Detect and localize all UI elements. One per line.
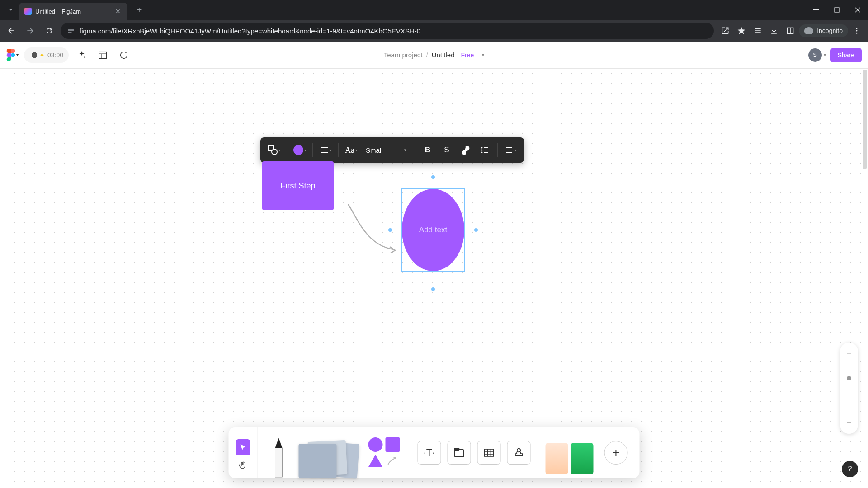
- timer-value: 03:00: [47, 52, 63, 59]
- selection-handle-left[interactable]: [388, 228, 392, 232]
- breadcrumb-team[interactable]: Team project: [384, 51, 423, 59]
- site-settings-icon[interactable]: [67, 27, 75, 35]
- svg-rect-0: [813, 9, 819, 10]
- reload-button[interactable]: [42, 23, 57, 38]
- new-tab-button[interactable]: +: [133, 4, 146, 16]
- svg-point-15: [481, 150, 483, 151]
- browser-tab[interactable]: Untitled – FigJam ✕: [19, 3, 127, 20]
- selection-handle-right[interactable]: [474, 228, 478, 232]
- forward-button[interactable]: [23, 23, 38, 38]
- tab-close-button[interactable]: ✕: [114, 8, 122, 15]
- close-window-button[interactable]: [847, 0, 868, 20]
- sticky-note-tool[interactable]: [299, 439, 362, 478]
- shapes-tool[interactable]: [368, 437, 403, 468]
- browser-nav-bar: figma.com/file/XRxbBjeWLbiQHPOO41JyWm/Un…: [0, 20, 868, 42]
- stamp-tool-button[interactable]: [507, 441, 531, 465]
- link-icon: [461, 145, 470, 155]
- bottom-toolbar: ·T· +: [229, 427, 640, 478]
- file-title[interactable]: Untitled: [432, 51, 455, 59]
- color-swatch-icon: [293, 145, 303, 155]
- timer-widget[interactable]: ✦ 03:00: [24, 47, 69, 63]
- border-style-button[interactable]: ▾: [316, 141, 335, 159]
- border-icon: [320, 145, 329, 155]
- incognito-indicator[interactable]: Incognito: [799, 24, 848, 37]
- zoom-out-button[interactable]: −: [843, 417, 855, 429]
- table-tool-button[interactable]: [477, 441, 501, 465]
- bold-button[interactable]: B: [419, 141, 437, 159]
- extension-blocked-icon[interactable]: [717, 23, 733, 38]
- select-tool-button[interactable]: [236, 439, 250, 455]
- svg-rect-14: [484, 147, 488, 148]
- font-size-select[interactable]: Small ▾: [361, 146, 411, 154]
- maximize-button[interactable]: [826, 0, 847, 20]
- media-control-icon[interactable]: [750, 23, 765, 38]
- strikethrough-button[interactable]: S: [438, 141, 456, 159]
- back-button[interactable]: [4, 23, 19, 38]
- user-menu[interactable]: S ▾: [808, 48, 826, 62]
- canvas[interactable]: ▾ ▾ ▾ Aa ▾ Small ▾ B S ▾: [0, 69, 868, 488]
- svg-rect-24: [485, 449, 494, 456]
- more-tools-button[interactable]: +: [604, 441, 628, 465]
- text-tool-button[interactable]: ·T·: [418, 441, 441, 465]
- font-icon: Aa: [345, 145, 354, 155]
- figma-logo-icon: [6, 49, 15, 61]
- breadcrumb-separator: /: [426, 51, 428, 59]
- section-tool-button[interactable]: [448, 441, 471, 465]
- incognito-icon: [804, 27, 813, 34]
- shape-placeholder-text[interactable]: Add text: [419, 225, 447, 235]
- svg-point-13: [481, 147, 483, 149]
- bookmark-button[interactable]: [734, 23, 749, 38]
- share-button[interactable]: Share: [830, 48, 862, 62]
- hand-tool-button[interactable]: [236, 457, 250, 474]
- breadcrumb: Team project / Untitled Free ▾: [384, 51, 485, 59]
- shape-rectangle[interactable]: First Step: [262, 161, 334, 210]
- browser-tab-strip: Untitled – FigJam ✕ +: [0, 0, 868, 20]
- separator: [312, 143, 313, 157]
- main-menu-button[interactable]: ▾: [6, 49, 19, 61]
- tabs-dropdown-button[interactable]: [3, 2, 19, 18]
- zoom-in-button[interactable]: +: [843, 347, 855, 360]
- address-bar[interactable]: figma.com/file/XRxbBjeWLbiQHPOO41JyWm/Un…: [61, 23, 714, 39]
- browser-menu-button[interactable]: [849, 23, 864, 38]
- selection-handle-top[interactable]: [431, 175, 435, 179]
- bullet-list-button[interactable]: [476, 141, 494, 159]
- font-style-button[interactable]: Aa ▾: [342, 141, 360, 159]
- comments-button[interactable]: [116, 47, 131, 63]
- svg-rect-7: [99, 52, 107, 58]
- reader-mode-icon[interactable]: [783, 23, 798, 38]
- figjam-header: ▾ ✦ 03:00 Team project / Untitled Free ▾…: [0, 42, 868, 69]
- text-align-button[interactable]: ▾: [501, 141, 519, 159]
- marker-tool[interactable]: [265, 436, 292, 478]
- zoom-slider[interactable]: [849, 363, 849, 413]
- avatar: S: [808, 48, 822, 62]
- chevron-down-icon: ▾: [279, 148, 281, 152]
- shape-ellipse-selected[interactable]: Add text: [401, 188, 465, 272]
- selection-handle-bottom[interactable]: [431, 287, 435, 291]
- link-button[interactable]: [457, 141, 475, 159]
- ai-sparkle-button[interactable]: [74, 47, 90, 63]
- circle-shape-icon: [368, 437, 383, 452]
- help-button[interactable]: ?: [842, 461, 858, 477]
- svg-rect-3: [790, 28, 791, 33]
- separator: [497, 143, 498, 157]
- shape-text: First Step: [280, 181, 315, 191]
- fill-color-button[interactable]: ▾: [291, 141, 309, 159]
- vertical-scrollbar[interactable]: [863, 70, 867, 169]
- stickers-tool[interactable]: [546, 443, 594, 478]
- plan-badge[interactable]: Free: [461, 52, 474, 59]
- chevron-down-icon[interactable]: ▾: [482, 52, 484, 57]
- svg-point-6: [856, 33, 858, 34]
- shape-picker-button[interactable]: ▾: [265, 141, 283, 159]
- url-text: figma.com/file/XRxbBjeWLbiQHPOO41JyWm/Un…: [80, 27, 708, 35]
- separator: [415, 143, 415, 157]
- align-icon: [505, 145, 514, 155]
- connector-arrow[interactable]: [344, 200, 402, 258]
- zoom-thumb[interactable]: [847, 376, 851, 380]
- templates-button[interactable]: [95, 47, 110, 63]
- downloads-button[interactable]: [766, 23, 782, 38]
- minimize-button[interactable]: [806, 0, 826, 20]
- shape-ellipse[interactable]: Add text: [402, 189, 464, 271]
- nav-actions: Incognito: [717, 23, 864, 38]
- triangle-shape-icon: [368, 455, 383, 467]
- chevron-down-icon: ▾: [356, 148, 358, 152]
